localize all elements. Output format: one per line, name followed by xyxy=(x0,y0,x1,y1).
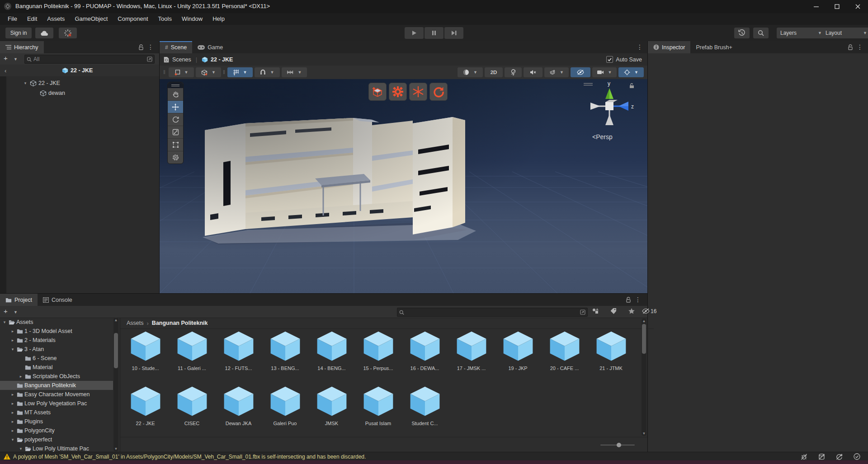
lock-icon[interactable] xyxy=(848,44,853,50)
tab-hierarchy[interactable]: Hierarchy xyxy=(0,41,44,53)
breadcrumb-scenes[interactable]: Scenes xyxy=(172,56,191,63)
project-tree-item[interactable]: ▸Scriptable ObJects xyxy=(0,372,113,381)
tab-game[interactable]: Game xyxy=(192,41,228,53)
expand-arrow-icon[interactable]: ▸ xyxy=(10,428,15,433)
pause-button[interactable] xyxy=(425,27,443,39)
panel-menu-icon[interactable]: ⋮ xyxy=(147,44,154,50)
progress-idle-icon[interactable] xyxy=(849,453,864,460)
menu-edit[interactable]: Edit xyxy=(22,13,42,25)
step-button[interactable] xyxy=(444,27,463,39)
add-dropdown-icon[interactable]: ▼ xyxy=(14,310,18,314)
expand-arrow-icon[interactable]: ▾ xyxy=(2,320,7,324)
expand-arrow-icon[interactable]: ▸ xyxy=(10,338,15,342)
menu-help[interactable]: Help xyxy=(208,13,230,25)
asset-item[interactable]: CISEC xyxy=(169,384,215,426)
scene-visibility-button[interactable] xyxy=(571,67,590,77)
maximize-button[interactable] xyxy=(826,0,847,13)
prefab-back-button[interactable]: ‹ xyxy=(5,67,6,74)
prefab-root-name[interactable]: 22 - JKE xyxy=(71,67,93,74)
tree-scrollbar[interactable]: ▲ ▼ xyxy=(113,318,118,451)
grid-visibility-button[interactable]: Y ▼ xyxy=(227,67,253,77)
tab-project[interactable]: Project xyxy=(0,294,38,306)
2d-view-button[interactable]: 2D xyxy=(485,67,503,77)
scene-lighting-button[interactable] xyxy=(505,67,522,77)
auto-save-toggle[interactable]: Auto Save xyxy=(606,56,642,63)
breadcrumb-current[interactable]: 22 - JKE xyxy=(211,56,233,63)
search-everywhere-button[interactable] xyxy=(753,28,769,38)
close-button[interactable] xyxy=(847,0,868,13)
cloud-button[interactable] xyxy=(35,28,53,38)
project-tree-item[interactable]: ▸Easy Character Movemen xyxy=(0,390,113,399)
project-tree-item[interactable]: ▾Assets xyxy=(0,318,113,327)
expand-arrow-icon[interactable]: ▸ xyxy=(10,401,15,406)
move-tool-button[interactable] xyxy=(168,100,183,113)
asset-item[interactable]: 12 - FUTS... xyxy=(215,329,262,371)
asset-item[interactable]: Galeri Puo xyxy=(262,384,308,426)
toolbar-grip[interactable]: ‖ xyxy=(223,69,226,75)
rect-tool-button[interactable] xyxy=(168,138,183,151)
asset-item[interactable]: Dewan JKA xyxy=(215,384,262,426)
panel-menu-icon[interactable]: ⋮ xyxy=(637,44,643,50)
project-tree-item[interactable]: ▸PolygonCity xyxy=(0,426,113,435)
project-tree-item[interactable]: ▸Plugins xyxy=(0,417,113,426)
overlay-drag-handle[interactable] xyxy=(168,82,183,88)
snap-increment-button[interactable]: ▼ xyxy=(282,67,307,77)
expand-arrow-icon[interactable]: ▸ xyxy=(10,392,15,397)
asset-item[interactable]: 16 - DEWA... xyxy=(401,329,448,371)
grid-scrollbar[interactable]: ▲ ▼ xyxy=(642,319,646,436)
project-tree-item[interactable]: ▸Low Poly Vegetation Pac xyxy=(0,399,113,408)
asset-item[interactable]: JMSK xyxy=(308,384,355,426)
undo-history-button[interactable] xyxy=(734,28,750,38)
asset-item[interactable]: 17 - JMSK ... xyxy=(448,329,495,371)
tool-handle-rotation-button[interactable]: ▼ xyxy=(196,67,221,77)
menu-file[interactable]: File xyxy=(3,13,22,25)
layers-dropdown[interactable]: Layers▼ xyxy=(777,28,826,38)
lock-icon[interactable] xyxy=(626,297,631,303)
asset-item[interactable]: 13 - BENG... xyxy=(262,329,308,371)
asset-item[interactable]: Pusat Islam xyxy=(355,384,401,426)
cache-server-disabled-icon[interactable] xyxy=(814,453,829,460)
expand-arrow-icon[interactable]: ▸ xyxy=(10,329,15,333)
scale-tool-button[interactable] xyxy=(168,126,183,138)
shading-mode-button[interactable]: ▼ xyxy=(458,67,483,77)
asset-item[interactable]: 15 - Perpus... xyxy=(355,329,401,371)
expand-arrow-icon[interactable]: ▸ xyxy=(10,410,15,415)
add-asset-button[interactable]: + xyxy=(4,307,8,315)
asset-item[interactable]: 20 - CAFE ... xyxy=(541,329,588,371)
lock-icon[interactable] xyxy=(138,44,144,50)
scene-audio-button[interactable] xyxy=(524,67,542,77)
menu-assets[interactable]: Assets xyxy=(42,13,70,25)
projection-mode-label[interactable]: <Persp xyxy=(592,133,613,141)
prefab-brush-settings-button[interactable] xyxy=(389,83,407,101)
expand-arrow-icon[interactable]: ▸ xyxy=(18,374,24,379)
play-button[interactable] xyxy=(405,27,424,39)
status-warning-text[interactable]: A polygon of Mesh 'SM_Veh_Car_Small_01' … xyxy=(13,454,366,460)
debugger-detached-icon[interactable] xyxy=(796,453,811,460)
transform-tool-button[interactable] xyxy=(168,151,183,164)
panel-menu-icon[interactable]: ⋮ xyxy=(635,296,641,303)
hierarchy-item[interactable]: ▾22 - JKE xyxy=(0,78,159,88)
scene-camera-button[interactable]: ▼ xyxy=(592,67,617,77)
minimize-button[interactable] xyxy=(806,0,826,13)
prefab-brush-add-button[interactable] xyxy=(368,83,387,101)
picker-icon[interactable] xyxy=(580,309,585,315)
effects-button[interactable]: ▼ xyxy=(544,67,569,77)
prefab-brush-refresh-button[interactable] xyxy=(429,83,448,101)
hierarchy-item[interactable]: dewan xyxy=(0,88,159,98)
panel-menu-icon[interactable]: ⋮ xyxy=(857,44,863,50)
tab-prefab-brush[interactable]: Prefab Brush+ xyxy=(690,41,737,53)
tab-inspector[interactable]: Inspector xyxy=(648,41,690,53)
menu-component[interactable]: Component xyxy=(113,13,153,25)
search-by-label-button[interactable] xyxy=(606,307,621,315)
tab-console[interactable]: Console xyxy=(38,294,78,306)
tab-scene[interactable]: # Scene xyxy=(160,41,192,53)
rotate-tool-button[interactable] xyxy=(168,113,183,126)
menu-window[interactable]: Window xyxy=(177,13,208,25)
project-tree-item[interactable]: ▸MT Assets xyxy=(0,408,113,417)
asset-item[interactable]: 10 - Stude... xyxy=(122,329,169,371)
expand-arrow-icon[interactable]: ▾ xyxy=(23,81,28,85)
hierarchy-search-input[interactable]: All xyxy=(24,55,155,64)
toolbar-grip[interactable]: ‖ xyxy=(163,69,166,75)
asset-item[interactable]: 19 - JKP xyxy=(495,329,541,371)
snap-toggle-button[interactable]: ▼ xyxy=(255,67,280,77)
